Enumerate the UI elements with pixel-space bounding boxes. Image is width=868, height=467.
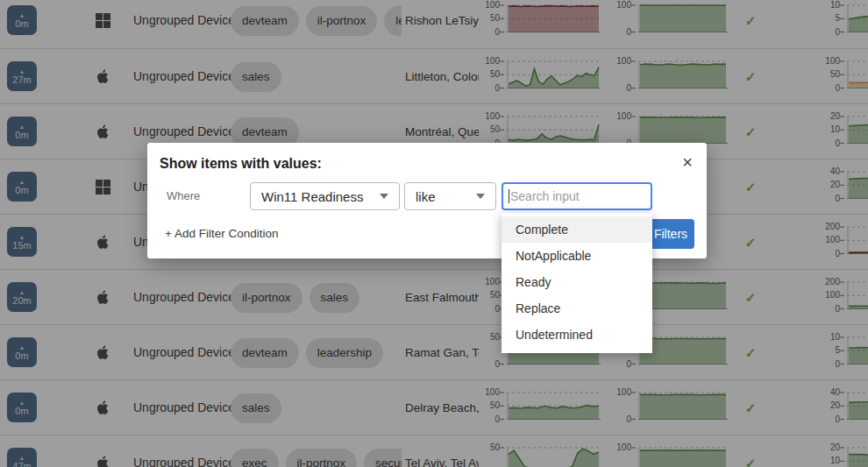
where-label: Where [167, 189, 200, 202]
operator-select[interactable]: like [404, 182, 496, 210]
device-management-screen: ▲ 0m Ungrouped Devices devteamil-portnox… [0, 0, 868, 467]
value-options-dropdown: CompleteNotApplicableReadyReplaceUndeter… [502, 213, 652, 353]
dropdown-option-notapplicable[interactable]: NotApplicable [502, 243, 652, 269]
dropdown-option-replace[interactable]: Replace [502, 295, 652, 322]
filters-button[interactable]: Filters [647, 219, 694, 249]
dropdown-option-ready[interactable]: Ready [502, 269, 652, 295]
text-cursor [509, 189, 509, 203]
close-icon[interactable]: × [682, 152, 693, 172]
dropdown-option-complete[interactable]: Complete [502, 216, 652, 243]
dropdown-option-undetermined[interactable]: Undetermined [502, 322, 652, 348]
modal-title: Show items with values: [160, 156, 322, 172]
chevron-down-icon [476, 194, 485, 199]
operator-select-value: like [416, 189, 436, 204]
search-input[interactable] [503, 184, 651, 209]
field-select-value: Win11 Readiness [261, 189, 363, 204]
field-select[interactable]: Win11 Readiness [250, 182, 400, 210]
search-input-wrapper [502, 182, 652, 210]
add-filter-condition-link[interactable]: + Add Filter Condition [165, 227, 278, 240]
chevron-down-icon [380, 194, 388, 199]
